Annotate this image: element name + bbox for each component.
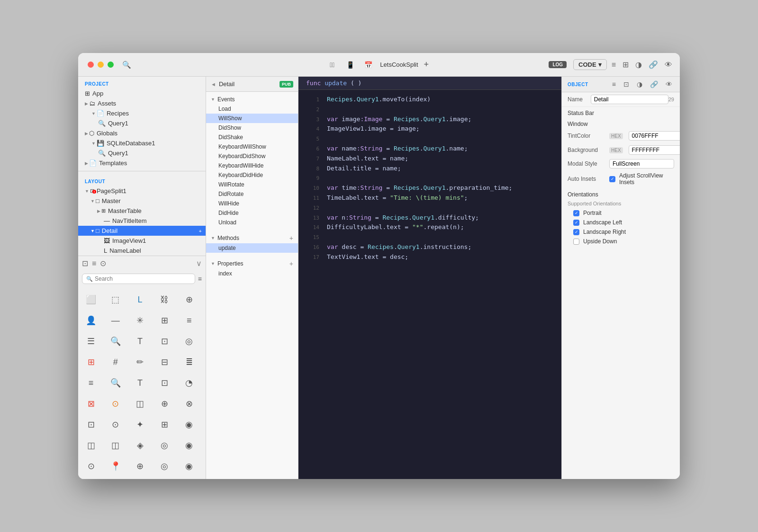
- comp-minus-sq[interactable]: ⊟: [154, 352, 174, 372]
- comp-box3[interactable]: ◫: [106, 435, 126, 455]
- comp-box[interactable]: ◫: [130, 394, 150, 414]
- comp-list-eq[interactable]: ≣: [179, 352, 199, 372]
- comp-dashed[interactable]: ⬚: [106, 290, 126, 310]
- comp-dot-circ[interactable]: ⊙: [106, 415, 126, 434]
- add-detail-btn[interactable]: +: [199, 228, 202, 234]
- comp-label[interactable]: L: [130, 290, 150, 310]
- link-button[interactable]: 🔗: [647, 60, 660, 69]
- tint-hex-input[interactable]: [629, 131, 680, 141]
- calendar-button[interactable]: 📅: [362, 59, 374, 71]
- list-view-button[interactable]: ≡: [610, 61, 618, 69]
- comp-star[interactable]: ✦: [130, 415, 150, 434]
- comp-grid2[interactable]: ⊞: [154, 415, 174, 434]
- search-input[interactable]: [95, 275, 191, 282]
- landscape-right-checkbox[interactable]: [573, 229, 579, 235]
- comp-asterisk[interactable]: ✳: [130, 310, 150, 330]
- comp-ring3[interactable]: ◉: [179, 456, 199, 476]
- methods-header[interactable]: ▼ Methods +: [206, 233, 298, 243]
- grid-view-button[interactable]: ⊞: [621, 60, 631, 69]
- comp-ring[interactable]: ◉: [179, 415, 199, 434]
- layout-icon[interactable]: ⊡: [82, 259, 88, 268]
- comp-search[interactable]: 🔍: [106, 331, 126, 351]
- portrait-checkbox[interactable]: [573, 210, 579, 216]
- eye-button[interactable]: 👁: [663, 61, 674, 69]
- comp-lines[interactable]: ≡: [179, 310, 199, 330]
- auto-insets-checkbox[interactable]: [609, 176, 615, 182]
- tree-item-navtitleitem[interactable]: — NavTitleItem ⚙: [78, 216, 206, 226]
- comp-hash[interactable]: #: [106, 352, 126, 372]
- comp-person[interactable]: 👤: [81, 310, 101, 330]
- comp-http[interactable]: HTTP: [130, 477, 150, 479]
- event-unload[interactable]: Unload: [206, 218, 298, 227]
- tree-item-globals[interactable]: ▶ ⬡ Globals: [78, 128, 206, 138]
- tree-item-master[interactable]: ▼ □ Master +: [78, 196, 206, 206]
- add-button[interactable]: +: [424, 60, 429, 70]
- tree-item-mastertable[interactable]: ▶ ⊞ MasterTable + ⚙: [78, 206, 206, 216]
- comp-add3[interactable]: ⊕: [130, 456, 150, 476]
- comp-circle[interactable]: ◎: [179, 331, 199, 351]
- event-didshow[interactable]: DidShow: [206, 123, 298, 133]
- tree-item-app[interactable]: ⊞ App: [78, 89, 206, 98]
- comp-circ3[interactable]: ◎: [154, 456, 174, 476]
- event-didhide[interactable]: DidHide: [206, 208, 298, 218]
- comp-pen[interactable]: ✏: [130, 352, 150, 372]
- comp-x-sq[interactable]: ⊠: [81, 394, 101, 414]
- event-keyboarddidshow[interactable]: KeyboardDidShow: [206, 151, 298, 161]
- add-property-btn[interactable]: +: [289, 260, 293, 267]
- comp-grid[interactable]: ⊞: [154, 310, 174, 330]
- tree-item-templates[interactable]: ▶ 📄 Templates: [78, 158, 206, 168]
- fullscreen-button[interactable]: [108, 62, 114, 68]
- comp-sq5[interactable]: ⊞: [106, 477, 126, 479]
- comp-circ2[interactable]: ◎: [154, 435, 174, 455]
- code-editor[interactable]: 1 Recipes.Query1.moveTo(index) 2 3 var i…: [298, 90, 561, 479]
- comp-gear[interactable]: ⚙: [154, 477, 174, 479]
- comp-menu[interactable]: ☰: [81, 331, 101, 351]
- comp-line[interactable]: —: [106, 310, 126, 330]
- tree-item-detail[interactable]: ▼ □ Detail +: [78, 226, 206, 236]
- comp-t2[interactable]: T: [130, 373, 150, 393]
- event-willhide[interactable]: WillHide: [206, 199, 298, 208]
- event-willshow[interactable]: WillShow: [206, 114, 298, 123]
- comp-text[interactable]: T: [130, 331, 150, 351]
- comp-sq3[interactable]: ⊡: [81, 415, 101, 434]
- tree-item-query1-recipes[interactable]: 🔍 Query1 ▶ ⚙: [78, 118, 206, 128]
- event-willrotate[interactable]: WillRotate: [206, 180, 298, 189]
- comp-add-circle[interactable]: ⊕: [179, 290, 199, 310]
- properties-header[interactable]: ▼ Properties +: [206, 258, 298, 269]
- event-keyboardwillhide[interactable]: KeyboardWillHide: [206, 161, 298, 170]
- comp-add2[interactable]: ⊕: [154, 394, 174, 414]
- add-method-btn[interactable]: +: [289, 234, 293, 242]
- comp-sq2[interactable]: ⊡: [154, 373, 174, 393]
- tree-item-assets[interactable]: ▶ 🗂 Assets: [78, 98, 206, 108]
- comp-clock[interactable]: ◔: [179, 373, 199, 393]
- tree-item-pagesplit1[interactable]: ▼ ⊡ PageSplit1 ! +: [78, 186, 206, 196]
- comp-table[interactable]: ⊞: [81, 352, 101, 372]
- search-button[interactable]: 🔍: [122, 61, 131, 69]
- comp-x-circ[interactable]: ⊗: [179, 394, 199, 414]
- expand-icon[interactable]: ∨: [196, 259, 202, 268]
- background-hex-input[interactable]: [629, 145, 680, 155]
- run-button[interactable]: ▶⃝: [326, 59, 338, 71]
- comp-link[interactable]: ⛓: [154, 290, 174, 310]
- log-button[interactable]: LOG: [549, 61, 567, 68]
- comp-pin[interactable]: 📍: [106, 456, 126, 476]
- minimize-button[interactable]: [98, 62, 104, 68]
- list-icon[interactable]: ≡: [92, 259, 96, 268]
- resize-btn[interactable]: ⊡: [622, 80, 631, 88]
- eye-btn[interactable]: 👁: [664, 80, 674, 88]
- comp-camera[interactable]: ⊙: [106, 394, 126, 414]
- component-icon[interactable]: ⊙: [100, 259, 106, 268]
- name-input[interactable]: [591, 95, 668, 104]
- method-update[interactable]: update: [206, 243, 298, 253]
- tree-item-recipes[interactable]: ▼ 📄 Recipes + ⚙: [78, 108, 206, 118]
- event-keyboardwillshow[interactable]: KeyboardWillShow: [206, 142, 298, 151]
- tree-item-sqlitedb[interactable]: ▼ 💾 SQLiteDatabase1 + ⚙: [78, 138, 206, 148]
- code-button[interactable]: CODE ▾: [573, 59, 607, 70]
- prop-index[interactable]: index: [206, 269, 298, 278]
- comp-rect[interactable]: ⬜: [81, 290, 101, 310]
- device-button[interactable]: 📱: [344, 59, 356, 71]
- event-didshake[interactable]: DidShake: [206, 133, 298, 142]
- comp-box2[interactable]: ◫: [81, 435, 101, 455]
- comp-ring2[interactable]: ◉: [179, 435, 199, 455]
- list-format-btn[interactable]: ≡: [610, 80, 618, 88]
